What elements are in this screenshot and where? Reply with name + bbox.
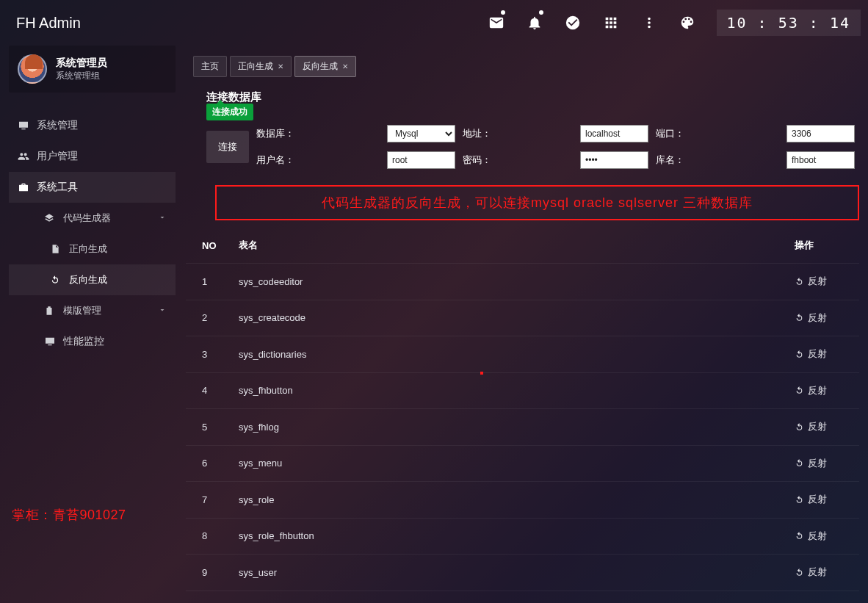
input-port[interactable]: [786, 125, 855, 142]
file-icon: [50, 244, 69, 254]
monitor-small-icon: [44, 336, 63, 347]
nav-user-manage[interactable]: 用户管理: [9, 141, 176, 172]
tab-reverse[interactable]: 反向生成✕: [294, 56, 356, 77]
users-icon: [18, 151, 37, 162]
reflect-button[interactable]: 反射: [795, 311, 827, 325]
label-dbname: 库名：: [656, 154, 779, 167]
app-brand: FH Admin: [16, 15, 81, 32]
layers-icon: [44, 213, 63, 223]
nav-label: 反向生成: [69, 273, 107, 286]
table-row: 8sys_role_fhbutton反射: [186, 518, 859, 555]
cell-no: 8: [186, 518, 230, 555]
select-database[interactable]: Mysql: [387, 125, 455, 142]
cell-no: 4: [186, 372, 230, 409]
table-row: 3sys_dictionaries反射: [186, 336, 859, 373]
table-row: 6sys_menu反射: [186, 445, 859, 482]
cell-no: 7: [186, 482, 230, 519]
nav-code-generator[interactable]: 代码生成器: [9, 203, 176, 234]
refresh-icon: [50, 275, 69, 285]
check-circle-icon[interactable]: [555, 0, 590, 46]
cell-tablename: sys_fhlog: [230, 409, 786, 446]
connect-button[interactable]: 连接: [206, 131, 249, 163]
header-icons: [479, 0, 705, 46]
cell-no: 2: [186, 300, 230, 336]
table-row: 9sys_user反射: [186, 555, 859, 591]
col-no: NO: [186, 228, 230, 264]
nav-label: 代码生成器: [63, 212, 111, 225]
profile-group: 系统管理组: [56, 70, 107, 82]
more-vert-icon[interactable]: [632, 0, 667, 46]
profile-name: 系统管理员: [56, 57, 107, 70]
clock-display: 10 : 53 : 14: [717, 10, 861, 36]
table-row: 1sys_codeeditor反射: [186, 264, 859, 300]
input-username[interactable]: [387, 151, 455, 169]
reflect-button[interactable]: 反射: [795, 275, 827, 288]
table-row: 10sys_userphoto反射: [186, 591, 859, 603]
close-icon[interactable]: ✕: [342, 62, 348, 71]
apps-grid-icon[interactable]: [593, 0, 629, 46]
cell-tablename: sys_user: [230, 555, 786, 591]
reflect-button[interactable]: 反射: [795, 530, 827, 543]
nav-template-manage[interactable]: 模版管理: [9, 295, 176, 326]
tab-label: 正向生成: [238, 60, 273, 73]
watermark-text: 掌柜：青苔901027: [12, 506, 126, 524]
tab-label: 反向生成: [303, 60, 338, 73]
cell-no: 9: [186, 555, 230, 591]
nav-label: 正向生成: [69, 242, 107, 256]
tab-label: 主页: [201, 60, 219, 73]
table-row: 2sys_createcode反射: [186, 300, 859, 336]
nav-perf-monitor[interactable]: 性能监控: [9, 326, 176, 357]
nav-label: 系统工具: [37, 181, 78, 194]
nav-label: 用户管理: [37, 150, 78, 163]
label-port: 端口：: [656, 127, 779, 140]
col-operation: 操作: [786, 228, 859, 264]
nav-label: 性能监控: [63, 335, 104, 348]
cell-no: 5: [186, 409, 230, 446]
tab-home[interactable]: 主页: [193, 56, 227, 77]
sidebar-nav: 系统管理 用户管理 系统工具 代码生成器 正向生成 反向生成 模版管理: [9, 110, 176, 357]
briefcase-icon: [18, 181, 37, 193]
monitor-icon: [18, 120, 37, 131]
nav-system-manage[interactable]: 系统管理: [9, 110, 176, 141]
tab-forward[interactable]: 正向生成✕: [230, 56, 292, 77]
mail-icon[interactable]: [479, 0, 514, 46]
input-dbname[interactable]: [786, 151, 855, 169]
palette-icon[interactable]: [670, 0, 705, 46]
tables-grid: NO 表名 操作 1sys_codeeditor反射2sys_createcod…: [186, 228, 859, 603]
tabs-bar: 主页 正向生成✕ 反向生成✕: [186, 51, 864, 84]
input-password[interactable]: [580, 151, 648, 169]
close-icon[interactable]: ✕: [278, 62, 283, 71]
table-row: 4sys_fhbutton反射: [186, 372, 859, 409]
cell-tablename: sys_role: [230, 482, 786, 519]
cell-no: 1: [186, 264, 230, 300]
label-password: 密码：: [463, 154, 573, 167]
cell-tablename: sys_fhbutton: [230, 372, 786, 409]
nav-reverse-gen[interactable]: 反向生成: [9, 264, 176, 295]
nav-label: 系统管理: [37, 119, 78, 132]
reflect-button[interactable]: 反射: [795, 347, 827, 361]
bell-icon[interactable]: [517, 0, 552, 46]
reflect-button[interactable]: 反射: [795, 566, 827, 579]
label-database: 数据库：: [256, 127, 380, 140]
table-row: 5sys_fhlog反射: [186, 409, 859, 446]
cell-no: 3: [186, 336, 230, 373]
avatar: [18, 54, 47, 84]
label-address: 地址：: [463, 127, 573, 140]
reflect-button[interactable]: 反射: [795, 457, 827, 470]
clipboard-icon: [44, 306, 63, 316]
reflect-button[interactable]: 反射: [795, 493, 827, 506]
cell-tablename: sys_createcode: [230, 300, 786, 336]
label-username: 用户名：: [256, 154, 380, 167]
callout-banner: 代码生成器的反向生成，可以连接mysql oracle sqlserver 三种…: [215, 185, 859, 220]
profile-card[interactable]: 系统管理员 系统管理组: [9, 46, 176, 93]
cell-no: 6: [186, 445, 230, 482]
cell-tablename: sys_dictionaries: [230, 336, 786, 373]
nav-forward-gen[interactable]: 正向生成: [9, 234, 176, 264]
col-tablename: 表名: [230, 228, 786, 264]
reflect-button[interactable]: 反射: [795, 384, 827, 397]
connection-title: 连接数据库 连接成功: [206, 90, 855, 104]
input-address[interactable]: [580, 125, 648, 142]
nav-system-tools[interactable]: 系统工具: [9, 172, 176, 203]
chevron-down-icon: [158, 306, 167, 317]
reflect-button[interactable]: 反射: [795, 420, 827, 433]
